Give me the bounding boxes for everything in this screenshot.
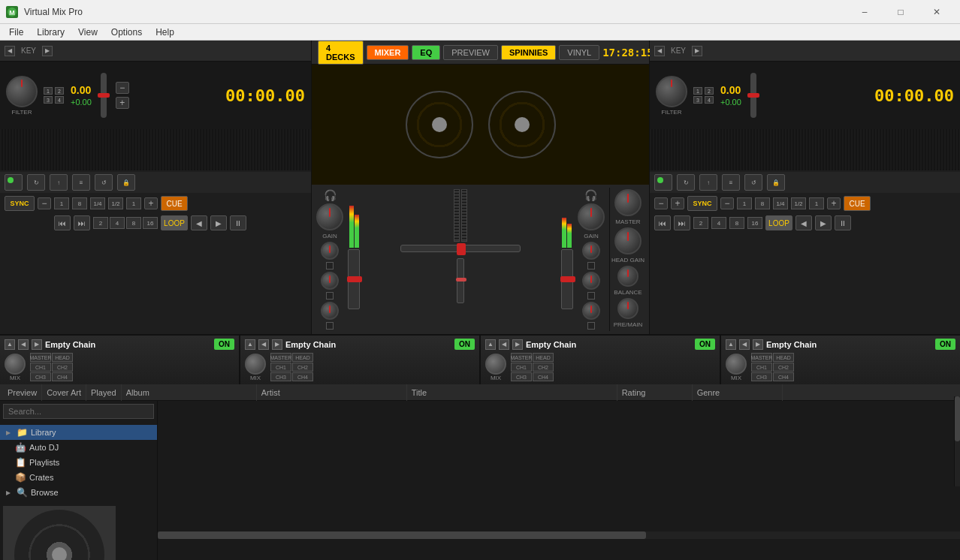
left-beat-2[interactable]: 2 — [93, 217, 108, 229]
chain-2-head[interactable]: HEAD — [292, 353, 313, 362]
right-beat-2[interactable]: 2 — [693, 217, 708, 229]
chain-4-ch4[interactable]: CH4 — [773, 372, 794, 381]
chain-4-up[interactable]: ▲ — [726, 339, 736, 350]
left-beat-1b[interactable]: 1 — [126, 197, 141, 209]
main-fader[interactable] — [457, 258, 464, 303]
right-headphone-icon[interactable]: 🎧 — [584, 189, 597, 201]
right-filter-knob[interactable] — [656, 76, 687, 107]
left-ctrl-green[interactable] — [5, 174, 23, 191]
right-beat-16[interactable]: 16 — [747, 217, 762, 229]
left-cb1[interactable] — [326, 262, 334, 269]
chain-4-knob[interactable] — [726, 354, 747, 375]
right-cb1[interactable] — [587, 262, 595, 269]
left-plus-btn[interactable]: + — [116, 97, 129, 109]
menu-file[interactable]: File — [3, 26, 29, 39]
tab-preview[interactable]: PREVIEW — [443, 45, 498, 60]
sidebar-scrollbar[interactable] — [954, 396, 960, 486]
chain-4-on[interactable]: ON — [935, 339, 955, 350]
right-cue-btn[interactable]: CUE — [844, 196, 871, 211]
chain-1-up[interactable]: ▲ — [5, 339, 15, 350]
left-beat-14[interactable]: 1/4 — [90, 197, 105, 209]
right-ctrl-lines[interactable]: ≡ — [722, 174, 740, 191]
tree-expand-browse[interactable]: ▶ — [6, 489, 14, 496]
left-ctrl-c[interactable]: ↺ — [95, 174, 113, 191]
right-platter[interactable] — [488, 91, 556, 158]
right-sync-btn[interactable]: SYNC — [687, 196, 717, 211]
chain-1-knob[interactable] — [5, 354, 26, 375]
master-knob[interactable] — [614, 189, 642, 216]
left-beat-8[interactable]: 8 — [72, 197, 87, 209]
search-input[interactable] — [3, 404, 154, 419]
left-loop-btn[interactable]: LOOP — [161, 215, 188, 230]
right-beat-14[interactable]: 1/4 — [773, 197, 788, 209]
maximize-button[interactable]: □ — [883, 0, 918, 24]
minimize-button[interactable]: – — [847, 0, 882, 24]
left-beat-plus[interactable]: + — [144, 197, 158, 209]
chain-4-master[interactable]: MASTER — [751, 353, 772, 362]
right-deck-btn-4[interactable]: 4 — [705, 96, 714, 104]
right-gain-knob[interactable] — [578, 203, 605, 230]
chain-1-on[interactable]: ON — [214, 339, 234, 350]
chain-1-ch1[interactable]: CH1 — [30, 363, 51, 372]
chain-1-master[interactable]: MASTER — [30, 353, 51, 362]
chain-3-knob[interactable] — [485, 354, 506, 375]
chain-1-left[interactable]: ◀ — [18, 339, 29, 350]
right-beat-1[interactable]: 1 — [737, 197, 752, 209]
chain-4-ch1[interactable]: CH1 — [751, 363, 772, 372]
chain-4-right[interactable]: ▶ — [753, 339, 763, 350]
right-eq-high[interactable] — [582, 242, 600, 260]
left-beat-8b[interactable]: 8 — [126, 217, 141, 229]
left-gain-knob[interactable] — [316, 203, 343, 230]
chain-2-on[interactable]: ON — [454, 339, 475, 350]
tab-eq[interactable]: EQ — [412, 45, 440, 60]
left-ctrl-lines[interactable]: ≡ — [72, 174, 90, 191]
left-beat-1[interactable]: 1 — [54, 197, 69, 209]
right-key-prev[interactable]: ◀ — [654, 46, 665, 56]
right-beat-8[interactable]: 8 — [755, 197, 770, 209]
left-pitch-slider[interactable] — [101, 73, 107, 118]
col-preview[interactable]: Preview — [3, 384, 42, 401]
right-plus-btn[interactable]: + — [671, 197, 684, 209]
right-beat-plus[interactable]: + — [827, 197, 841, 209]
head-gain-knob[interactable] — [614, 227, 642, 254]
crossfader[interactable] — [400, 245, 521, 252]
chain-4-left[interactable]: ◀ — [739, 339, 750, 350]
left-prev-track[interactable]: ⏮ — [54, 215, 71, 230]
chain-4-ch3[interactable]: CH3 — [751, 372, 772, 381]
chain-3-left[interactable]: ◀ — [499, 339, 509, 350]
col-cover-art[interactable]: Cover Art — [42, 384, 86, 401]
right-ctrl-up[interactable]: ↑ — [699, 174, 717, 191]
right-rew-btn[interactable]: ◀ — [795, 215, 812, 230]
chain-1-head[interactable]: HEAD — [52, 353, 73, 362]
left-platter[interactable] — [406, 91, 473, 158]
chain-3-master[interactable]: MASTER — [511, 353, 532, 362]
chain-3-ch4[interactable]: CH4 — [533, 372, 554, 381]
chain-3-ch1[interactable]: CH1 — [511, 363, 532, 372]
right-cb2[interactable] — [587, 292, 595, 300]
left-sync-btn[interactable]: SYNC — [5, 196, 35, 211]
pre-main-knob[interactable] — [617, 298, 638, 319]
left-headphone-icon[interactable]: 🎧 — [324, 189, 337, 201]
left-minus-btn[interactable]: − — [116, 82, 129, 94]
tree-item-autodj[interactable]: 🤖 Auto DJ — [0, 440, 157, 455]
chain-2-ch3[interactable]: CH3 — [270, 372, 291, 381]
right-channel-fader[interactable] — [561, 249, 573, 309]
left-eq-high[interactable] — [321, 242, 339, 260]
chain-3-head[interactable]: HEAD — [533, 353, 554, 362]
left-ctrl-repeat[interactable]: ↻ — [27, 174, 45, 191]
chain-2-ch4[interactable]: CH4 — [292, 372, 313, 381]
chain-2-master[interactable]: MASTER — [270, 353, 291, 362]
col-rating[interactable]: Rating — [617, 384, 693, 401]
tree-expand-library[interactable]: ▶ — [6, 429, 14, 436]
lib-scrollbar-h-thumb[interactable] — [158, 531, 646, 539]
right-key-next[interactable]: ▶ — [692, 46, 702, 56]
right-deck-btn-1[interactable]: 1 — [693, 87, 702, 95]
chain-4-head[interactable]: HEAD — [773, 353, 794, 362]
tab-mixer[interactable]: MIXER — [367, 45, 409, 60]
col-title[interactable]: Title — [407, 384, 617, 401]
left-cb3[interactable] — [326, 322, 334, 330]
close-button[interactable]: ✕ — [919, 0, 954, 24]
left-deck-btn-1[interactable]: 1 — [44, 87, 53, 95]
left-next-track[interactable]: ⏭ — [74, 215, 90, 230]
chain-1-ch3[interactable]: CH3 — [30, 372, 51, 381]
